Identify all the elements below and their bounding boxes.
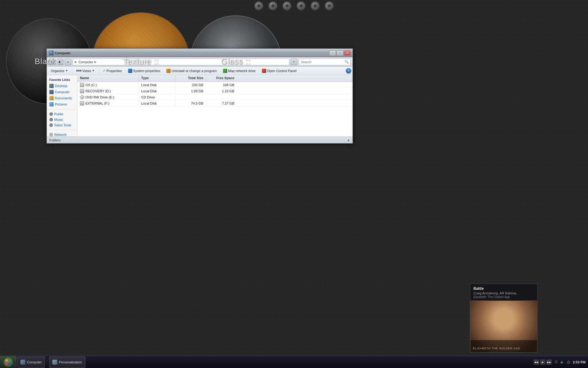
properties-button[interactable]: ✓ Properties (100, 67, 125, 74)
sidebar-salestools-label: Sales Tools (54, 123, 71, 127)
drive-c-free: 108 GB (206, 82, 237, 88)
personalization-taskbar-icon (52, 360, 57, 365)
maximize-button[interactable]: □ (337, 50, 343, 56)
system-properties-button[interactable]: System properties (125, 67, 163, 74)
sidebar-documents-label: Documents (55, 96, 72, 100)
start-orb (4, 358, 13, 367)
logo-quad-tl (6, 359, 8, 362)
drive-c-label: OS (C:) (85, 83, 97, 87)
search-box[interactable]: 🔍 (299, 59, 351, 65)
address-bar[interactable]: ▶ Computer ▶ (73, 59, 289, 65)
logo-quad-tr (9, 359, 11, 362)
sidebar-section-title: Favorite Links (47, 78, 77, 82)
file-list: Name Type Total Size Free Space OS (C:) … (77, 75, 352, 136)
column-name[interactable]: Name (77, 75, 139, 82)
start-button[interactable] (0, 356, 17, 368)
window-controls: − □ ✕ (329, 50, 351, 56)
media-play-button[interactable]: ▶ (540, 359, 545, 365)
organize-dropdown-icon: ▼ (66, 69, 68, 72)
circle-glass-label: Glass :: (221, 57, 251, 66)
map-network-label: Map network drive (228, 69, 256, 73)
desktop-icon (49, 84, 54, 88)
sidebar-public-label: Public (54, 112, 63, 116)
drive-d-name-cell: RECOVERY (D:) (77, 88, 139, 94)
close-button[interactable]: ✕ (344, 50, 351, 56)
taskbar-personalization-label: Personalization (59, 360, 82, 364)
sidebar-pictures-label: Pictures (55, 102, 67, 106)
sidebar-item-computer[interactable]: Computer (47, 89, 77, 95)
search-icon: 🔍 (345, 60, 349, 64)
control-panel-label: Open Control Panel (267, 69, 297, 73)
drive-c-type: Local Disk (139, 82, 175, 88)
dock-icon-2[interactable] (269, 2, 277, 10)
control-panel-icon (262, 69, 266, 73)
uninstall-button[interactable]: Uninstall or change a program (164, 67, 219, 74)
logo-quad-br (9, 363, 11, 365)
refresh-button[interactable]: ↻ (291, 59, 297, 65)
sidebar-item-salestools[interactable]: Sales Tools (47, 122, 77, 128)
drive-row-c[interactable]: OS (C:) Local Disk 230 GB 108 GB (77, 82, 352, 88)
column-free-space[interactable]: Free Space (206, 75, 237, 82)
minimize-button[interactable]: − (329, 50, 336, 56)
views-button[interactable]: Views ▼ (74, 67, 97, 74)
sidebar-item-public[interactable]: Public (47, 111, 77, 117)
system-tray: ☰ 🔉 ⏻ (554, 360, 571, 365)
computer-icon (49, 90, 54, 94)
folders-bar[interactable]: Folders ▲ (47, 136, 352, 143)
dock-icon-3[interactable] (283, 2, 291, 10)
sidebar-item-music[interactable]: Music (47, 117, 77, 122)
network-icon (49, 133, 53, 136)
folders-arrow-icon: ▲ (347, 138, 350, 142)
dock-icon-6[interactable] (325, 2, 334, 10)
drive-f-icon (80, 101, 84, 105)
map-network-button[interactable]: Map network drive (220, 67, 258, 74)
views-label: Views (82, 69, 91, 73)
dock-icon-5[interactable] (311, 2, 319, 10)
taskbar-item-personalization[interactable]: Personalization (49, 357, 85, 368)
title-bar-left: Computer (49, 51, 71, 56)
drive-row-e[interactable]: DVD RW Drive (E:) CD Drive (77, 94, 352, 100)
drive-row-d[interactable]: RECOVERY (D:) Local Disk 1.99 GB 1.10 GB (77, 88, 352, 94)
explorer-window: Computer − □ ✕ ◀ ▶ ▲ ▶ Computer ▶ ↻ 🔍 Or… (47, 48, 353, 144)
svg-rect-1 (51, 52, 52, 53)
organize-button[interactable]: Organize ▼ (48, 67, 71, 74)
drive-f-name-cell: EXTERNAL (F:) (77, 100, 139, 106)
drive-e-free (206, 96, 237, 98)
media-prev-button[interactable]: ◀◀ (533, 359, 539, 365)
power-tray-icon[interactable]: ⏻ (566, 360, 571, 365)
logo-quad-bl (6, 363, 8, 365)
sidebar-item-network[interactable]: Network (47, 132, 77, 136)
dock-icon-4[interactable] (297, 2, 305, 10)
media-cover-box[interactable]: ELIZABETH THE GOLDEN AGE (470, 301, 537, 353)
sidebar-item-pictures[interactable]: Pictures (47, 101, 77, 107)
salestools-icon (49, 123, 53, 127)
drive-row-f[interactable]: EXTERNAL (F:) Local Disk 74.5 GB 7.37 GB (77, 100, 352, 106)
media-cover-art (470, 301, 537, 352)
media-album: Elizabeth: The Golden Age (473, 295, 534, 299)
window-icon (49, 51, 54, 56)
drive-d-type: Local Disk (139, 88, 175, 94)
properties-icon: ✓ (103, 69, 106, 73)
sidebar-divider-2 (47, 130, 77, 130)
media-info-box: Battle Craig Armstrong, AR Rahma.. Eliza… (470, 284, 537, 301)
dock-icon-1[interactable] (254, 2, 263, 10)
control-panel-button[interactable]: Open Control Panel (259, 67, 300, 74)
column-total-size[interactable]: Total Size (175, 75, 206, 82)
column-type[interactable]: Type (139, 75, 175, 82)
search-input[interactable] (301, 60, 343, 64)
sidebar-computer-label: Computer (55, 90, 70, 94)
system-clock[interactable]: 2:53 PM (573, 360, 586, 364)
toolbar-separator-1 (72, 68, 72, 74)
help-button[interactable]: ? (346, 68, 351, 74)
sidebar-item-desktop[interactable]: Desktop (47, 83, 77, 89)
sidebar-item-documents[interactable]: Documents (47, 95, 77, 101)
nav-bar: ◀ ▶ ▲ ▶ Computer ▶ ↻ 🔍 (47, 57, 352, 67)
network-tray-icon[interactable]: ☰ (554, 360, 559, 365)
circle-black-label: Black :: (35, 57, 63, 66)
up-button[interactable]: ▲ (65, 59, 71, 65)
taskbar-item-computer[interactable]: Computer (17, 357, 45, 368)
uninstall-icon (166, 69, 171, 73)
media-next-button[interactable]: ▶▶ (546, 359, 552, 365)
volume-tray-icon[interactable]: 🔉 (560, 360, 565, 365)
views-dropdown-icon: ▼ (92, 69, 95, 72)
